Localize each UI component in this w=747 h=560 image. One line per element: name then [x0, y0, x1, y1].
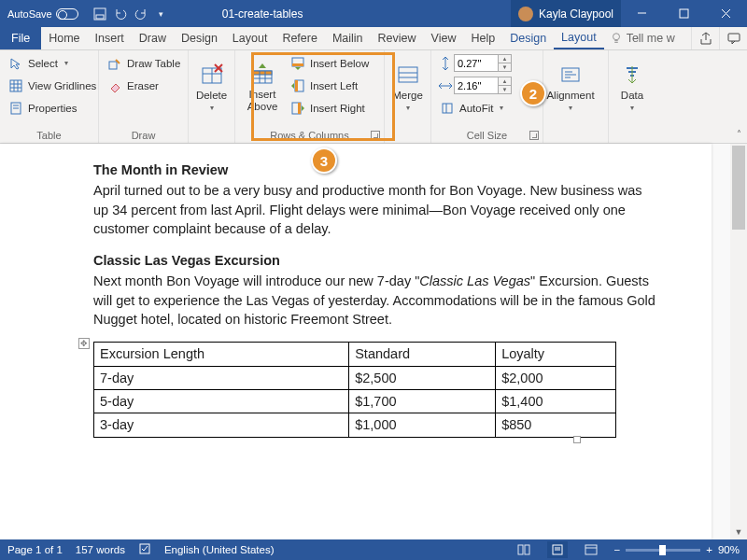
svg-rect-38 — [443, 104, 452, 113]
insert-left-button[interactable]: Insert Left — [288, 76, 372, 95]
autofit-button[interactable]: AutoFit▾ — [437, 98, 512, 118]
group-table: Select▾ View Gridlines Properties Table — [0, 50, 99, 143]
redo-icon[interactable] — [133, 6, 149, 22]
svg-rect-25 — [253, 71, 272, 75]
save-icon[interactable] — [92, 6, 108, 22]
table-row[interactable]: 3-day$1,000$850 — [94, 413, 616, 437]
table-row[interactable]: Excursion LengthStandardLoyalty — [94, 343, 616, 366]
table-row[interactable]: 7-day$2,500$2,000 — [94, 366, 616, 389]
language-indicator[interactable]: English (United States) — [164, 544, 275, 555]
zoom-slider[interactable] — [626, 549, 700, 552]
zoom-in-button[interactable]: + — [706, 544, 712, 555]
group-label: Rows & Columns — [241, 128, 378, 143]
pricing-table[interactable]: Excursion LengthStandardLoyalty 7-day$2,… — [93, 342, 616, 437]
tab-review[interactable]: Review — [371, 27, 424, 49]
close-button[interactable] — [705, 0, 747, 27]
proofing-icon[interactable] — [138, 542, 151, 557]
insert-right-button[interactable]: Insert Right — [288, 98, 372, 118]
toggle-off-icon — [56, 8, 78, 20]
avatar-icon — [518, 7, 533, 21]
qat-dropdown-icon[interactable]: ▾ — [153, 6, 170, 22]
svg-rect-46 — [525, 545, 529, 554]
group-draw: Draw Table Eraser Draw — [99, 50, 189, 143]
properties-icon — [8, 101, 23, 116]
user-account[interactable]: Kayla Claypool — [511, 0, 621, 27]
insert-left-icon — [290, 78, 305, 93]
tell-me-search[interactable]: Tell me w — [604, 27, 691, 49]
dialog-launcher-icon[interactable] — [529, 131, 539, 140]
undo-icon[interactable] — [112, 6, 129, 22]
tab-file[interactable]: File — [0, 27, 41, 49]
comments-button[interactable] — [719, 27, 747, 49]
tab-draw[interactable]: Draw — [132, 27, 174, 49]
width-icon — [437, 80, 454, 91]
tab-design[interactable]: Design — [174, 27, 225, 49]
zoom-out-button[interactable]: − — [614, 544, 621, 555]
maximize-button[interactable] — [663, 0, 705, 27]
group-label — [549, 128, 602, 143]
group-label — [614, 128, 650, 143]
web-layout-icon[interactable] — [581, 541, 601, 558]
share-button[interactable] — [691, 27, 719, 49]
title-bar: AutoSave ▾ 01-create-tables Kayla Claypo… — [0, 0, 747, 27]
autosave-toggle[interactable]: AutoSave — [0, 8, 86, 20]
page-indicator[interactable]: Page 1 of 1 — [7, 544, 63, 555]
collapse-ribbon-icon[interactable]: ˄ — [737, 129, 741, 139]
table-move-handle-icon[interactable]: ✥ — [78, 338, 90, 349]
group-merge: Merge▾ — [385, 50, 431, 143]
print-layout-icon[interactable] — [547, 541, 568, 558]
tab-mailings[interactable]: Mailin — [325, 27, 371, 49]
vertical-scrollbar[interactable]: ▲ ▼ — [730, 144, 747, 539]
grid-icon — [8, 78, 23, 93]
word-count[interactable]: 157 words — [76, 544, 125, 555]
ribbon-tabs: File Home Insert Draw Design Layout Refe… — [0, 27, 747, 50]
svg-rect-45 — [518, 545, 523, 554]
heading: The Month in Review — [93, 161, 655, 179]
table-row[interactable]: 5-day$1,700$1,400 — [94, 389, 616, 413]
group-rows-columns: InsertAbove Insert Below Insert Left Ins… — [235, 50, 385, 143]
scrollbar-thumb[interactable] — [732, 146, 745, 230]
read-mode-icon[interactable] — [514, 541, 534, 558]
properties-button[interactable]: Properties — [6, 98, 99, 118]
scroll-down-icon[interactable]: ▼ — [730, 525, 747, 539]
merge-icon — [395, 62, 421, 88]
quick-access-toolbar: ▾ — [86, 6, 176, 22]
alignment-button[interactable]: Alignment▾ — [549, 53, 592, 120]
view-gridlines-button[interactable]: View Gridlines — [6, 76, 99, 95]
autofit-icon — [440, 101, 455, 116]
select-button[interactable]: Select▾ — [6, 53, 99, 73]
dialog-launcher-icon[interactable] — [371, 131, 380, 140]
minimize-button[interactable] — [621, 0, 663, 27]
svg-point-6 — [613, 34, 619, 40]
tab-view[interactable]: View — [424, 27, 464, 49]
insert-above-button[interactable]: InsertAbove — [241, 53, 284, 120]
tab-home[interactable]: Home — [41, 27, 87, 49]
draw-table-button[interactable]: Draw Table — [105, 53, 183, 73]
document-page[interactable]: The Month in Review April turned out to … — [0, 144, 712, 539]
svg-rect-35 — [399, 67, 417, 82]
tab-references[interactable]: Refere — [275, 27, 325, 49]
merge-button[interactable]: Merge▾ — [390, 53, 425, 120]
svg-rect-3 — [680, 9, 688, 18]
heading: Classic Las Vegas Excursion — [93, 251, 655, 270]
callout-3: 3 — [311, 147, 337, 174]
data-button[interactable]: Data▾ — [614, 53, 650, 120]
zoom-level[interactable]: 90% — [718, 544, 740, 555]
tab-table-design[interactable]: Design — [502, 27, 554, 49]
tab-help[interactable]: Help — [463, 27, 502, 49]
tab-layout[interactable]: Layout — [225, 27, 275, 49]
insert-below-button[interactable]: Insert Below — [288, 53, 372, 73]
table-resize-handle-icon[interactable] — [573, 436, 581, 443]
column-width-input[interactable]: ▲▼ — [437, 76, 512, 95]
svg-rect-9 — [728, 34, 740, 41]
tab-insert[interactable]: Insert — [88, 27, 132, 49]
svg-rect-34 — [298, 103, 301, 114]
delete-button[interactable]: Delete▾ — [194, 53, 229, 120]
zoom-control[interactable]: − + 90% — [614, 544, 740, 555]
group-alignment: Alignment▾ — [543, 50, 609, 143]
tab-table-layout[interactable]: Layout — [554, 27, 604, 49]
delete-table-icon — [199, 62, 225, 88]
eraser-button[interactable]: Eraser — [105, 76, 183, 95]
row-height-input[interactable]: ▲▼ — [437, 53, 512, 73]
svg-rect-18 — [109, 62, 117, 69]
